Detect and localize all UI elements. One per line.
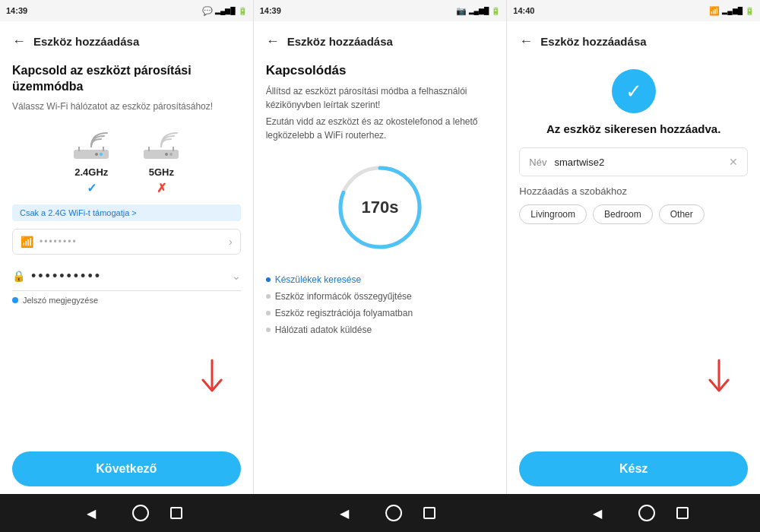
panel2-header: ← Eszköz hozzáadása [266,33,495,49]
router-icon [68,130,115,163]
save-password-row: Jelszó megjegyzése [12,296,241,305]
battery-icon: 🔋 [238,7,247,15]
wifi-24-box: 2.4GHz ✓ [68,130,115,195]
password-field[interactable]: •••••••••• [31,268,232,284]
support-link[interactable]: Csak a 2.4G WiFi-t támogatja > [12,204,241,221]
status-bar-panel1: 14:39 💬 ▂▄▆█ 🔋 [0,0,254,21]
router-icon-2 [138,130,185,163]
panel2-content: Kapcsolódás Állítsd az eszközt párosítás… [266,63,495,494]
panel2-title: Eszköz hozzáadása [287,35,393,48]
home-nav-button-2[interactable] [385,505,402,521]
room-chip-bedroom[interactable]: Bedroom [593,204,653,224]
status-icons-2: 📷 ▂▄▆█ 🔋 [456,6,501,16]
step-dot-1 [266,277,271,282]
panel1-subtext: Válassz Wi-Fi hálózatot az eszköz párosí… [12,101,241,112]
timer-text: 170s [362,198,399,217]
name-label: Név [529,157,546,168]
svg-point-9 [169,153,173,156]
spacer-1 [12,315,241,451]
room-chip-livingroom[interactable]: Livingroom [519,204,587,224]
time-3: 14:40 [513,6,534,15]
photo-icon: 📷 [456,6,467,16]
svg-rect-6 [148,147,150,151]
red-arrow-1 [198,359,226,400]
back-nav-button-2[interactable]: ◀ [325,500,364,527]
panel3-header: ← Eszköz hozzáadása [519,33,748,49]
step-4: Hálózati adatok küldése [266,321,495,338]
success-text: Az eszköz sikeresen hozzáadva. [519,122,748,135]
timer-container: 170s [266,162,495,253]
step-dot-2 [266,294,271,299]
clear-name-icon[interactable]: ✕ [729,156,738,168]
svg-point-3 [95,153,98,156]
wifi-network-selector[interactable]: 📶 •••••••• › [12,229,241,255]
back-nav-button-1[interactable]: ◀ [71,500,111,527]
progress-steps: Készülékek keresése Eszköz informácók ös… [266,271,495,338]
step-3-label: Eszköz regisztrációja folyamatban [275,308,413,318]
done-button[interactable]: Kész [519,451,748,486]
connecting-sub2: Ezután vidd az eszközt és az okostelefon… [266,115,495,142]
connecting-heading: Kapcsolódás [266,63,495,78]
back-button-3[interactable]: ← [519,33,533,49]
chevron-right-icon: › [229,236,233,248]
step-3: Eszköz regisztrációja folyamatban [266,305,495,321]
room-section-label: Hozzáadás a szobákhoz [519,185,748,197]
whatsapp-icon: 💬 [202,6,213,16]
back-nav-button-3[interactable]: ◀ [578,500,617,527]
recent-nav-button-1[interactable] [170,507,182,519]
password-row: 🔒 •••••••••• ⌄ [12,262,241,291]
next-button[interactable]: Következő [12,451,241,486]
status-bar-panel2: 14:39 📷 ▂▄▆█ 🔋 [254,0,508,21]
panel-success: ← Eszköz hozzáadása ✓ Az eszköz sikerese… [507,21,760,494]
signal-icon-3: ▂▄▆█ [722,7,743,14]
device-name-row: Név smartwise2 ✕ [519,147,748,176]
panel1-content: Kapcsold az eszközt párosítási üzemmódba… [12,63,241,494]
bottom-nav: ◀ ◀ ◀ [0,494,760,532]
freq1-check: ✓ [87,181,97,195]
panel1-heading: Kapcsold az eszközt párosítási üzemmódba [12,63,241,95]
success-icon-wrap: ✓ [519,69,748,113]
nav-group-2: ◀ [253,500,506,527]
step-1[interactable]: Készülékek keresése [266,271,495,288]
eye-icon[interactable]: ⌄ [232,270,241,282]
back-button-1[interactable]: ← [12,33,26,49]
save-password-label: Jelszó megjegyzése [23,296,98,305]
step-dot-3 [266,311,271,315]
svg-point-8 [165,153,168,156]
main-panels: ← Eszköz hozzáadása Kapcsold az eszközt … [0,21,760,494]
nav-group-1: ◀ [0,500,253,527]
room-chips: Livingroom Bedroom Other [519,204,748,224]
home-nav-button-3[interactable] [638,505,655,521]
recent-nav-button-3[interactable] [676,507,689,519]
room-chip-other[interactable]: Other [659,204,705,224]
wifi-illustration: 2.4GHz ✓ 5GHz ✗ [12,130,241,195]
checkbox-dot [12,297,18,303]
home-nav-button-1[interactable] [132,505,149,521]
svg-rect-1 [78,147,80,151]
battery-icon-3: 🔋 [745,7,754,15]
freq2-cross: ✗ [157,181,166,195]
panel3-title: Eszköz hozzáadása [540,35,646,48]
freq2-label: 5GHz [149,166,174,178]
signal-icon: ▂▄▆█ [215,7,236,14]
status-icons-3: 📶 ▂▄▆█ 🔋 [709,6,754,16]
svg-rect-7 [173,147,174,151]
spacer-3 [519,236,748,451]
back-button-2[interactable]: ← [266,33,280,49]
signal-icon-2: ▂▄▆█ [469,7,489,14]
status-bar-panel3: 14:40 📶 ▂▄▆█ 🔋 [507,0,760,21]
svg-rect-2 [103,147,104,151]
nav-group-3: ◀ [507,500,760,527]
wifi-5-box: 5GHz ✗ [138,130,185,195]
freq1-label: 2.4GHz [74,166,108,178]
panel1-title: Eszköz hozzáadása [33,35,139,48]
recent-nav-button-2[interactable] [423,507,435,519]
step-2-label: Eszköz informácók összegyűjtése [275,291,412,302]
lock-icon: 🔒 [12,270,25,282]
status-bar-row: 14:39 💬 ▂▄▆█ 🔋 14:39 📷 ▂▄▆█ 🔋 14:40 📶 ▂▄… [0,0,760,21]
wifi-signal-icon: 📶 [21,236,33,248]
network-name: •••••••• [40,236,229,247]
device-name-value: smartwise2 [554,157,729,168]
panel1-header: ← Eszköz hozzáadása [12,33,241,49]
panel3-content: ✓ Az eszköz sikeresen hozzáadva. Név sma… [519,63,748,494]
